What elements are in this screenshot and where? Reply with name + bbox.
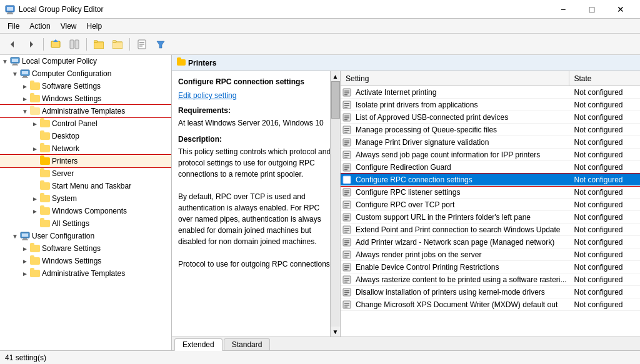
row-state-text: Not configured <box>569 225 641 234</box>
row-setting-text: Configure RPC over TCP port <box>353 200 569 209</box>
settings-row[interactable]: Enable Device Control Printing Restricti… <box>341 261 640 273</box>
content-area: Configure RPC connection settings Edit p… <box>172 71 640 337</box>
row-state-text: Not configured <box>569 275 641 284</box>
menu-file[interactable]: File <box>2 21 24 32</box>
tree-item-control-panel[interactable]: ► Control Panel <box>0 117 171 130</box>
tree-item-admin-templates[interactable]: ▼ Administrative Templates <box>0 105 171 117</box>
close-button[interactable]: ✕ <box>606 0 635 19</box>
tree-item-printers[interactable]: Printers <box>0 155 171 167</box>
settings-row[interactable]: Configure RPC over TCP port Not configur… <box>341 199 640 211</box>
forward-button[interactable] <box>22 36 40 52</box>
menu-help[interactable]: Help <box>82 21 108 32</box>
tree-panel[interactable]: ▼ Local Computer Policy ▼ <box>0 55 172 350</box>
tab-standard[interactable]: Standard <box>224 338 271 350</box>
svg-rect-11 <box>94 41 98 42</box>
svg-rect-62 <box>344 182 348 183</box>
settings-row[interactable]: Always send job page count information f… <box>341 149 640 161</box>
folder-icon-software-user <box>30 244 40 253</box>
col-setting[interactable]: Setting <box>341 71 569 86</box>
svg-rect-16 <box>139 44 144 45</box>
settings-row-rpc-connection[interactable]: Configure RPC connection settings Not co… <box>341 174 640 186</box>
tree-item-computer-config[interactable]: ▼ Computer Configuration <box>0 67 171 80</box>
up-button[interactable] <box>47 36 64 52</box>
policy-icon <box>341 188 353 197</box>
settings-row[interactable]: Add Printer wizard - Network scan page (… <box>341 236 640 248</box>
tree-label-admin-templates-user: Administrative Templates <box>42 269 125 278</box>
back-button[interactable] <box>4 36 21 52</box>
minimize-button[interactable]: − <box>549 0 578 19</box>
settings-row[interactable]: Manage Print Driver signature validation… <box>341 136 640 149</box>
svg-rect-97 <box>344 292 349 293</box>
tree-item-local-computer-policy[interactable]: ▼ Local Computer Policy <box>0 55 171 67</box>
expand-icon: ▼ <box>20 108 30 115</box>
svg-rect-54 <box>344 157 348 158</box>
row-setting-text: Always render print jobs on the server <box>353 250 569 259</box>
tree-item-windows-settings-user[interactable]: ► Windows Settings <box>0 255 171 267</box>
tree-item-windows-settings[interactable]: ► Windows Settings <box>0 92 171 105</box>
settings-row[interactable]: List of Approved USB-connected print dev… <box>341 111 640 124</box>
tree-item-software-settings[interactable]: ► Software Settings <box>0 80 171 92</box>
settings-row[interactable]: Configure Redirection Guard Not configur… <box>341 161 640 174</box>
settings-row[interactable]: Isolate print drivers from applications … <box>341 99 640 111</box>
svg-rect-56 <box>344 165 349 167</box>
tree-item-desktop[interactable]: Desktop <box>0 130 171 142</box>
row-state-text: Not configured <box>569 150 641 159</box>
breadcrumb-header: Printers <box>172 55 640 71</box>
settings-row[interactable]: Extend Point and Print connection to sea… <box>341 224 640 236</box>
tree-item-all-settings[interactable]: All Settings <box>0 217 171 230</box>
menu-view[interactable]: View <box>56 21 82 32</box>
tab-extended[interactable]: Extended <box>174 338 222 351</box>
tree-item-admin-templates-user[interactable]: ► Administrative Templates <box>0 267 171 280</box>
settings-list[interactable]: Activate Internet printing Not configure… <box>341 86 640 337</box>
expand-icon: ► <box>30 208 40 215</box>
svg-rect-49 <box>344 142 349 144</box>
svg-rect-13 <box>112 41 116 42</box>
settings-row[interactable]: Manage processing of Queue-specific file… <box>341 124 640 136</box>
settings-row[interactable]: Change Microsoft XPS Document Writer (MX… <box>341 298 640 311</box>
folder-icon-admin <box>30 107 40 116</box>
tree-item-startmenu[interactable]: Start Menu and Taskbar <box>0 180 171 192</box>
tree-item-software-settings-user[interactable]: ► Software Settings <box>0 242 171 255</box>
svg-rect-84 <box>344 253 349 254</box>
col-state[interactable]: State <box>569 71 641 86</box>
menu-action[interactable]: Action <box>24 21 55 32</box>
tree-item-user-config[interactable]: ▼ User Configuration <box>0 230 171 242</box>
filter-button[interactable] <box>152 36 169 52</box>
settings-row[interactable]: Configure RPC listener settings Not conf… <box>341 186 640 199</box>
maximize-button[interactable]: □ <box>578 0 606 19</box>
tree-item-server[interactable]: Server <box>0 167 171 180</box>
scroll-up-arrow[interactable]: ▲ <box>330 71 340 81</box>
tree-item-windows-components[interactable]: ► Windows Components <box>0 205 171 217</box>
scroll-down-arrow[interactable]: ▼ <box>330 327 340 337</box>
svg-rect-98 <box>344 294 348 295</box>
row-setting-text: Configure RPC connection settings <box>353 175 569 184</box>
show-hide-button[interactable] <box>66 36 83 52</box>
svg-rect-60 <box>344 178 349 179</box>
edit-policy-link[interactable]: Edit policy setting <box>178 91 236 100</box>
expand-icon <box>30 158 40 165</box>
folder-icon-windows <box>30 94 40 103</box>
desc-policy-title: Configure RPC connection settings <box>178 77 334 86</box>
description-text: This policy setting controls which proto… <box>178 146 334 270</box>
folder-icon-network <box>40 144 50 153</box>
settings-row[interactable]: Activate Internet printing Not configure… <box>341 86 640 99</box>
folder-button-2[interactable] <box>109 36 126 52</box>
settings-row[interactable]: Always render print jobs on the server N… <box>341 248 640 261</box>
settings-row[interactable]: Always rasterize content to be printed u… <box>341 273 640 286</box>
svg-rect-40 <box>344 116 349 117</box>
folder-icon-admin-user <box>30 269 40 278</box>
tree-item-network[interactable]: ► Network <box>0 142 171 155</box>
properties-button[interactable] <box>133 36 151 52</box>
scroll-track <box>330 81 340 327</box>
tree-label-system: System <box>52 194 77 203</box>
settings-row[interactable]: Disallow installation of printers using … <box>341 286 640 298</box>
settings-pane: Setting State Activate Internet printing… <box>341 71 640 337</box>
settings-row[interactable]: Custom support URL in the Printers folde… <box>341 211 640 224</box>
tree-item-system[interactable]: ► System <box>0 192 171 205</box>
folder-button-1[interactable] <box>90 36 108 52</box>
policy-icon <box>341 250 353 259</box>
svg-rect-46 <box>344 132 348 133</box>
scroll-thumb[interactable] <box>331 81 340 119</box>
policy-icon <box>341 113 353 122</box>
expand-icon: ► <box>20 83 30 90</box>
